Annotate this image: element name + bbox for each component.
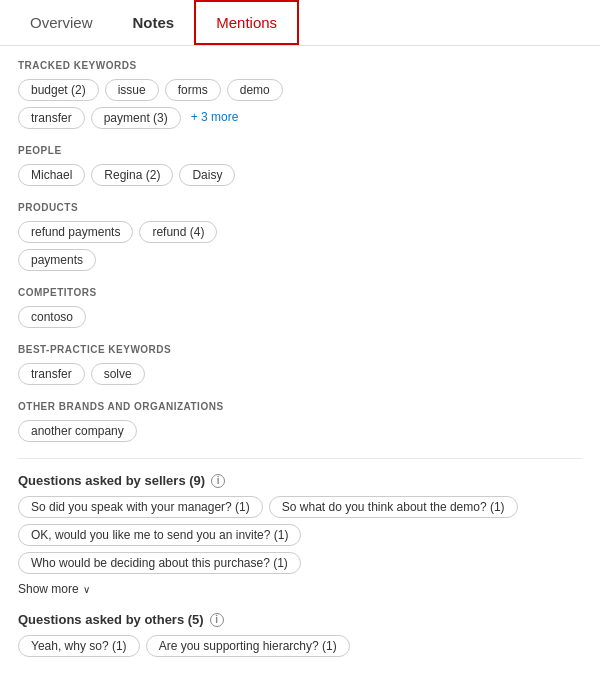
others-question-tags: Yeah, why so? (1) Are you supporting hie…	[18, 635, 582, 657]
tag-regina[interactable]: Regina (2)	[91, 164, 173, 186]
tag-budget[interactable]: budget (2)	[18, 79, 99, 101]
tag-transfer[interactable]: transfer	[18, 107, 85, 129]
questions-others-section: Questions asked by others (5) i Yeah, wh…	[18, 612, 582, 657]
section-competitors: COMPETITORS contoso	[18, 287, 582, 328]
other-brands-tags: another company	[18, 420, 582, 442]
tab-notes[interactable]: Notes	[113, 2, 195, 43]
section-products: PRODUCTS refund payments refund (4) paym…	[18, 202, 582, 271]
questions-sellers-info-icon[interactable]: i	[211, 474, 225, 488]
section-other-brands: OTHER BRANDS AND ORGANIZATIONS another c…	[18, 401, 582, 442]
people-tags: Michael Regina (2) Daisy	[18, 164, 582, 186]
show-more-label: Show more	[18, 582, 79, 596]
tag-refund[interactable]: refund (4)	[139, 221, 217, 243]
tag-issue[interactable]: issue	[105, 79, 159, 101]
tag-daisy[interactable]: Daisy	[179, 164, 235, 186]
questions-others-info-icon[interactable]: i	[210, 613, 224, 627]
tag-more-link[interactable]: + 3 more	[187, 107, 243, 129]
products-tags: refund payments refund (4)	[18, 221, 582, 243]
tag-payment[interactable]: payment (3)	[91, 107, 181, 129]
tag-payments[interactable]: payments	[18, 249, 96, 271]
seller-question-1[interactable]: So did you speak with your manager? (1)	[18, 496, 263, 518]
seller-question-4[interactable]: Who would be deciding about this purchas…	[18, 552, 301, 574]
tag-bp-transfer[interactable]: transfer	[18, 363, 85, 385]
products-title: PRODUCTS	[18, 202, 582, 213]
products-tags-row2: payments	[18, 249, 582, 271]
questions-sellers-section: Questions asked by sellers (9) i So did …	[18, 473, 582, 598]
tracked-keywords-title: TRACKED KEYWORDS	[18, 60, 582, 71]
show-more-button[interactable]: Show more ∨	[18, 580, 582, 598]
best-practice-tags: transfer solve	[18, 363, 582, 385]
tag-another-company[interactable]: another company	[18, 420, 137, 442]
other-question-2[interactable]: Are you supporting hierarchy? (1)	[146, 635, 350, 657]
seller-question-2[interactable]: So what do you think about the demo? (1)	[269, 496, 518, 518]
competitors-tags: contoso	[18, 306, 582, 328]
tag-michael[interactable]: Michael	[18, 164, 85, 186]
section-people: PEOPLE Michael Regina (2) Daisy	[18, 145, 582, 186]
best-practice-title: BEST-PRACTICE KEYWORDS	[18, 344, 582, 355]
other-question-1[interactable]: Yeah, why so? (1)	[18, 635, 140, 657]
tracked-keywords-tags: budget (2) issue forms demo	[18, 79, 582, 101]
tag-refund-payments[interactable]: refund payments	[18, 221, 133, 243]
competitors-title: COMPETITORS	[18, 287, 582, 298]
tab-mentions[interactable]: Mentions	[194, 0, 299, 45]
tag-forms[interactable]: forms	[165, 79, 221, 101]
sellers-question-tags-row2: OK, would you like me to send you an inv…	[18, 524, 582, 574]
divider	[18, 458, 582, 459]
tag-bp-solve[interactable]: solve	[91, 363, 145, 385]
other-brands-title: OTHER BRANDS AND ORGANIZATIONS	[18, 401, 582, 412]
people-title: PEOPLE	[18, 145, 582, 156]
tracked-keywords-tags-row2: transfer payment (3) + 3 more	[18, 107, 582, 129]
main-content: TRACKED KEYWORDS budget (2) issue forms …	[0, 46, 600, 679]
tab-overview[interactable]: Overview	[10, 2, 113, 43]
questions-others-title: Questions asked by others (5) i	[18, 612, 582, 627]
section-best-practice: BEST-PRACTICE KEYWORDS transfer solve	[18, 344, 582, 385]
questions-sellers-title: Questions asked by sellers (9) i	[18, 473, 582, 488]
tag-contoso[interactable]: contoso	[18, 306, 86, 328]
tab-bar: Overview Notes Mentions	[0, 0, 600, 46]
section-tracked-keywords: TRACKED KEYWORDS budget (2) issue forms …	[18, 60, 582, 129]
chevron-down-icon: ∨	[83, 584, 90, 595]
sellers-question-tags-row1: So did you speak with your manager? (1) …	[18, 496, 582, 518]
tag-demo[interactable]: demo	[227, 79, 283, 101]
seller-question-3[interactable]: OK, would you like me to send you an inv…	[18, 524, 301, 546]
